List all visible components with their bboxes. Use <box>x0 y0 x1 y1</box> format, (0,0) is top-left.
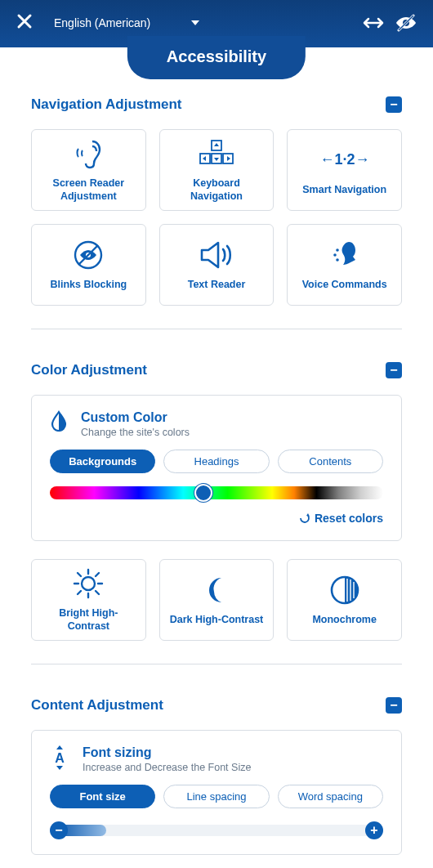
tab-line-spacing[interactable]: Line spacing <box>163 785 269 808</box>
font-size-slider[interactable]: − + <box>50 821 383 839</box>
moon-icon <box>202 574 231 606</box>
collapse-button[interactable]: − <box>386 362 402 378</box>
reset-colors-link[interactable]: Reset colors <box>298 512 383 525</box>
close-icon[interactable] <box>16 10 33 35</box>
visibility-off-icon[interactable] <box>395 14 417 32</box>
ear-icon <box>73 137 104 170</box>
move-icon[interactable] <box>363 14 384 32</box>
card-label: Keyboard Navigation <box>167 177 267 204</box>
panel-title: Custom Color <box>81 410 190 425</box>
custom-color-panel: Custom Color Change the site's colors Ba… <box>31 395 402 541</box>
droplet-icon <box>50 410 68 435</box>
svg-point-8 <box>333 253 337 257</box>
svg-text:←1·2→: ←1·2→ <box>319 151 369 168</box>
collapse-button[interactable]: − <box>386 697 402 714</box>
font-size-icon: A <box>50 745 69 773</box>
panel-title: Font sizing <box>83 745 251 760</box>
card-bright-contrast[interactable]: Bright High-Contrast <box>31 559 146 641</box>
tab-font-size[interactable]: Font size <box>50 785 155 808</box>
svg-point-7 <box>336 248 339 252</box>
keyboard-arrows-icon <box>199 137 234 170</box>
eye-blocked-icon <box>71 239 105 271</box>
card-label: Smart Navigation <box>302 183 386 196</box>
svg-point-10 <box>82 577 95 590</box>
panel-subtitle: Increase and Decrease the Font Size <box>83 762 251 773</box>
increase-button[interactable]: + <box>365 821 383 839</box>
collapse-button[interactable]: − <box>386 96 402 113</box>
language-select[interactable]: English (American) <box>44 12 208 34</box>
card-screen-reader[interactable]: Screen Reader Adjustment <box>31 129 146 211</box>
page-title: Accessibility <box>127 36 306 79</box>
header: English (American) Accessibility <box>0 0 433 47</box>
card-dark-contrast[interactable]: Dark High-Contrast <box>159 559 275 641</box>
card-label: Dark High-Contrast <box>170 613 264 626</box>
panel-subtitle: Change the site's colors <box>81 427 190 438</box>
section-title: Navigation Adjustment <box>31 96 182 113</box>
contrast-circle-icon <box>329 574 360 606</box>
svg-text:A: A <box>55 751 65 765</box>
slider-track[interactable] <box>59 825 374 836</box>
card-text-reader[interactable]: Text Reader <box>159 224 275 306</box>
section-content: Content Adjustment − A Font sizing Incre… <box>31 697 402 868</box>
speaker-icon <box>199 239 234 271</box>
card-label: Voice Commands <box>302 278 387 291</box>
tab-backgrounds[interactable]: Backgrounds <box>50 450 155 473</box>
section-navigation: Navigation Adjustment − Screen Reader Ad… <box>31 96 402 329</box>
section-title: Color Adjustment <box>31 362 147 378</box>
decrease-button[interactable]: − <box>50 821 68 839</box>
card-label: Monochrome <box>312 613 376 626</box>
sun-icon <box>71 567 105 600</box>
color-spectrum-slider[interactable] <box>50 486 383 499</box>
card-monochrome[interactable]: Monochrome <box>287 559 402 641</box>
section-color: Color Adjustment − Custom Color Change t… <box>31 362 402 664</box>
card-label: Bright High-Contrast <box>38 606 139 633</box>
card-blinks-blocking[interactable]: Blinks Blocking <box>31 224 146 306</box>
smart-nav-icon: ←1·2→ <box>316 144 373 177</box>
card-label: Text Reader <box>188 278 246 291</box>
card-smart-nav[interactable]: ←1·2→ Smart Navigation <box>287 129 402 211</box>
tab-headings[interactable]: Headings <box>163 450 269 473</box>
card-keyboard-nav[interactable]: Keyboard Navigation <box>159 129 275 211</box>
slider-thumb[interactable] <box>194 484 212 502</box>
svg-point-9 <box>336 258 339 262</box>
tab-word-spacing[interactable]: Word spacing <box>278 785 383 808</box>
card-label: Screen Reader Adjustment <box>38 177 139 204</box>
card-voice-commands[interactable]: Voice Commands <box>287 224 402 306</box>
card-label: Blinks Blocking <box>50 278 127 291</box>
font-sizing-panel: A Font sizing Increase and Decrease the … <box>31 730 402 855</box>
section-title: Content Adjustment <box>31 697 163 714</box>
voice-icon <box>328 239 362 271</box>
tab-contents[interactable]: Contents <box>278 450 383 473</box>
